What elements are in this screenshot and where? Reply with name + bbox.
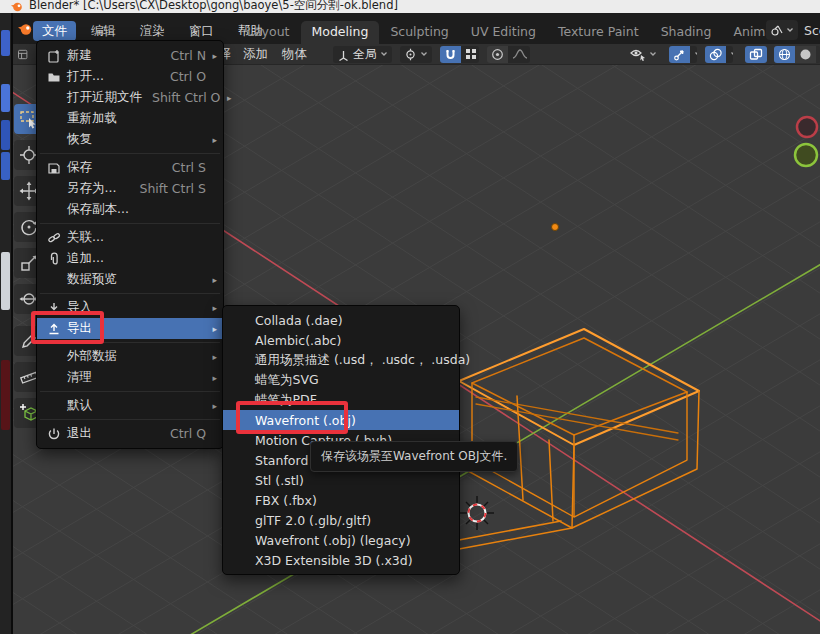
chevron-down-icon — [380, 51, 388, 57]
tooltip-text: 保存该场景至Wavefront OBJ文件. — [321, 449, 507, 463]
sliver-blob — [1, 252, 10, 310]
submenu-item-wavefront-legacy[interactable]: Wavefront (.obj) (legacy) — [223, 530, 459, 550]
proportional-editing-toggle[interactable] — [487, 46, 508, 63]
menu-item-label: 另存为... — [67, 180, 129, 197]
add-menu[interactable]: 添加 — [243, 46, 268, 63]
pivot-point-icon — [404, 48, 417, 61]
tab-layout[interactable]: Layout — [236, 21, 301, 44]
object-menu[interactable]: 物体 — [282, 46, 307, 63]
submenu-item-gltf[interactable]: glTF 2.0 (.glb/.gltf) — [223, 510, 459, 530]
menu-separator — [37, 416, 223, 423]
tab-modeling[interactable]: Modeling — [301, 21, 380, 44]
menu-item-label: 重新加载 — [67, 110, 206, 127]
menu-separator — [37, 220, 223, 227]
menu-item-open-recent[interactable]: 打开近期文件 Shift Ctrl O ▸ — [37, 87, 223, 108]
scene-name-label: Sce — [804, 23, 820, 38]
wireframe-box-object[interactable] — [459, 329, 699, 549]
shading-material-button[interactable] — [816, 46, 820, 63]
eye-cursor-icon — [630, 48, 646, 61]
snap-toggle-button[interactable] — [440, 46, 461, 63]
gizmos-dropdown[interactable] — [690, 46, 697, 63]
nav-gizmo-x-axis-ball[interactable] — [797, 117, 817, 137]
submenu-item-alembic[interactable]: Alembic(.abc) — [223, 330, 459, 350]
paperclip-icon — [47, 252, 67, 266]
menu-item-new[interactable]: 新建 Ctrl N ▸ — [37, 45, 223, 66]
menu-window[interactable]: 窗口 — [180, 21, 223, 41]
menu-edit[interactable]: 编辑 — [82, 21, 125, 41]
chevron-down-icon — [420, 51, 428, 57]
menu-file[interactable]: 文件 — [33, 21, 76, 41]
menu-item-data-previews[interactable]: 数据预览 ▸ — [37, 269, 223, 290]
submenu-item-grease-pencil-svg[interactable]: 蜡笔为SVG — [223, 370, 459, 390]
editor-type-icon[interactable] — [17, 47, 28, 62]
nav-gizmo-y-axis-ball[interactable] — [795, 144, 817, 166]
submenu-item-label: glTF 2.0 (.glb/.gltf) — [255, 513, 371, 528]
menu-item-link[interactable]: 关联... — [37, 227, 223, 248]
show-gizmo-visibility-dropdown[interactable] — [626, 46, 661, 63]
xray-toggle-button[interactable] — [745, 46, 767, 63]
annotation-box-wavefront — [236, 401, 348, 434]
link-icon — [47, 231, 67, 245]
xray-icon — [749, 48, 763, 61]
pivot-point-dropdown[interactable] — [400, 46, 432, 63]
window-title: Blender* [C:\Users\CX\Desktop\gong\baoye… — [29, 0, 398, 13]
chevron-down-icon — [786, 27, 794, 33]
sliver-blob — [1, 30, 10, 56]
chevron-down-icon — [649, 51, 657, 57]
submenu-arrow-icon: ▸ — [206, 324, 217, 334]
transform-orientation-dropdown[interactable]: 全局 — [333, 46, 392, 63]
submenu-item-usd[interactable]: 通用场景描述 (.usd， .usdc， .usda) — [223, 350, 459, 370]
menu-separator — [37, 290, 223, 297]
menu-item-save[interactable]: 保存 Ctrl S — [37, 157, 223, 178]
menu-item-label: 关联... — [67, 229, 206, 246]
proportional-falloff-dropdown[interactable] — [508, 46, 530, 63]
solid-sphere-icon — [799, 48, 812, 61]
shading-solid-button[interactable] — [795, 46, 816, 63]
sliver-blob — [1, 120, 10, 150]
submenu-item-label: 通用场景描述 (.usd， .usdc， .usda) — [255, 352, 470, 369]
wireframe-globe-icon — [778, 48, 791, 61]
submenu-item-label: Alembic(.abc) — [255, 333, 341, 348]
gizmos-toggle-button[interactable] — [669, 46, 690, 63]
menu-item-revert[interactable]: 重新加载 — [37, 108, 223, 129]
submenu-item-label: 蜡笔为SVG — [255, 372, 319, 389]
scene-selector-button[interactable] — [766, 20, 798, 40]
menu-item-save-as[interactable]: 另存为... Shift Ctrl S — [37, 178, 223, 199]
menu-item-quit[interactable]: 退出 Ctrl Q — [37, 423, 223, 444]
scene-icon — [770, 23, 784, 37]
menu-item-append[interactable]: 追加... — [37, 248, 223, 269]
menu-item-shortcut: Shift Ctrl O — [152, 90, 220, 105]
submenu-item-x3d[interactable]: X3D Extensible 3D (.x3d) — [223, 550, 459, 570]
menu-item-external-data[interactable]: 外部数据 ▸ — [37, 346, 223, 367]
submenu-arrow-icon: ▸ — [220, 93, 231, 103]
submenu-item-label: Wavefront (.obj) (legacy) — [255, 533, 411, 548]
tab-sculpting[interactable]: Sculpting — [379, 21, 459, 44]
menu-item-label: 外部数据 — [67, 348, 206, 365]
menu-item-recover[interactable]: 恢复 ▸ — [37, 129, 223, 150]
submenu-item-fbx[interactable]: FBX (.fbx) — [223, 490, 459, 510]
menu-item-shortcut: Ctrl S — [172, 160, 206, 175]
menu-item-clean-up[interactable]: 清理 ▸ — [37, 367, 223, 388]
submenu-item-collada[interactable]: Collada (.dae) — [223, 310, 459, 330]
menu-item-shortcut: Shift Ctrl S — [139, 181, 206, 196]
save-icon — [47, 161, 67, 175]
tab-texture-paint[interactable]: Texture Paint — [547, 21, 650, 44]
snap-target-dropdown[interactable] — [461, 46, 480, 63]
submenu-item-label: FBX (.fbx) — [255, 493, 317, 508]
shading-wireframe-button[interactable] — [774, 46, 795, 63]
orientation-label: 全局 — [353, 46, 377, 63]
menu-render[interactable]: 渲染 — [131, 21, 174, 41]
tab-uv-editing[interactable]: UV Editing — [460, 21, 547, 44]
menu-item-open[interactable]: 打开... Ctrl O — [37, 66, 223, 87]
submenu-arrow-icon: ▸ — [206, 135, 217, 145]
menu-item-save-copy[interactable]: 保存副本... — [37, 199, 223, 220]
export-submenu: Collada (.dae) Alembic(.abc) 通用场景描述 (.us… — [222, 305, 460, 575]
chevron-down-icon — [694, 51, 697, 57]
tab-shading[interactable]: Shading — [650, 21, 723, 44]
overlays-dropdown[interactable] — [726, 46, 733, 63]
sliver-blob — [1, 360, 10, 430]
overlays-toggle-button[interactable] — [705, 46, 726, 63]
chevron-down-icon — [730, 51, 733, 57]
menu-item-defaults[interactable]: 默认 ▸ — [37, 395, 223, 416]
submenu-item-stl[interactable]: Stl (.stl) — [223, 470, 459, 490]
